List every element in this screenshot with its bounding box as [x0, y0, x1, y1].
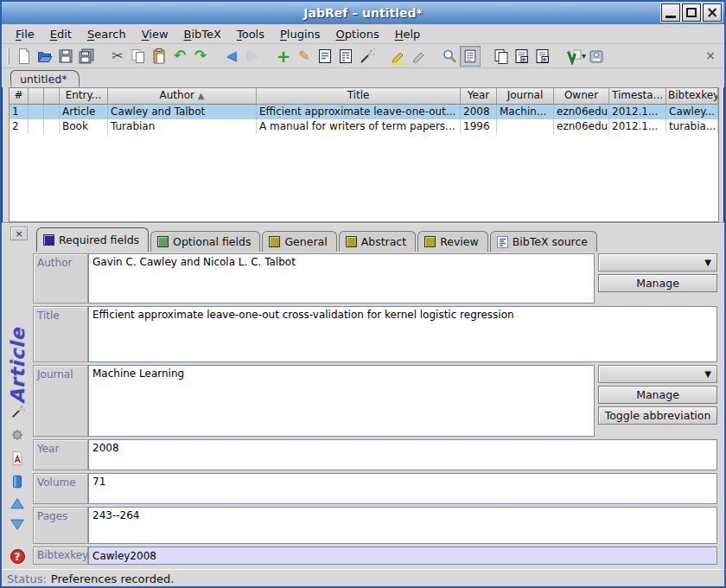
toolbar-close-icon[interactable]: × [705, 48, 716, 62]
journal-autocomplete-dropdown[interactable]: ▼ [598, 365, 717, 383]
minimize-button[interactable] [661, 3, 680, 22]
year-input[interactable]: 2008 [88, 439, 717, 470]
save-library-button[interactable] [55, 46, 76, 67]
col-header-bibtexkey[interactable]: Bibtexkey [666, 88, 718, 105]
forward-button[interactable]: ▶ [242, 46, 263, 67]
col-header-icon2[interactable] [44, 88, 60, 105]
open-library-button[interactable] [35, 46, 55, 67]
book-icon [10, 474, 25, 489]
minimize-icon [666, 16, 676, 18]
jabref-window: JabRef – untitled* × File Edit Search Vi… [0, 0, 726, 588]
author-input[interactable]: Gavin C. Cawley and Nicola L. C. Talbot [88, 253, 595, 304]
autoset-links-button[interactable] [10, 427, 25, 443]
import-into-current-button[interactable] [512, 46, 532, 67]
menu-file[interactable]: File [9, 26, 41, 42]
new-entry-button[interactable]: + [273, 46, 294, 67]
gear-icon [10, 427, 25, 443]
entry-editor: × Required fields Optional fields Genera… [2, 222, 724, 569]
title-field-label: Title [33, 306, 88, 362]
tab-general[interactable]: General [262, 231, 336, 252]
col-header-number[interactable]: # [10, 88, 29, 105]
menu-search[interactable]: Search [80, 26, 133, 42]
table-row[interactable]: 2 Book Turabian A manual for writers of … [10, 119, 718, 134]
maximize-button[interactable] [682, 3, 701, 22]
window-controls: × [661, 3, 722, 22]
bibtex-source-icon [497, 236, 508, 248]
new-library-icon [16, 48, 33, 65]
volume-input[interactable]: 71 [88, 473, 717, 504]
menu-tools[interactable]: Tools [230, 26, 271, 42]
title-input[interactable]: Efficient approximate leave-one-out cros… [88, 306, 717, 362]
menu-options[interactable]: Options [329, 26, 386, 42]
back-icon: ◀ [226, 49, 237, 62]
tab-review[interactable]: Review [417, 231, 488, 252]
unmark-icon [410, 48, 427, 65]
library-tab-strip: untitled* [2, 68, 724, 87]
undo-button[interactable]: ↶ [169, 46, 190, 67]
help-button[interactable]: ? [10, 549, 25, 564]
open-document-button[interactable] [586, 46, 607, 67]
menu-bibtex[interactable]: BibTeX [177, 26, 228, 42]
save-all-icon [78, 48, 95, 65]
col-header-entrytype[interactable]: Entry... [60, 88, 108, 105]
edit-preamble-button[interactable] [335, 46, 356, 67]
new-library-button[interactable] [14, 46, 35, 67]
author-autocomplete-dropdown[interactable]: ▼ [598, 253, 717, 272]
col-header-icon1[interactable] [29, 88, 44, 105]
menu-edit[interactable]: Edit [43, 26, 79, 42]
paste-button[interactable] [149, 46, 169, 67]
toggle-abbreviation-button[interactable]: Toggle abbreviation [598, 406, 717, 425]
entry-editor-close-button[interactable]: × [10, 227, 28, 240]
menu-plugins[interactable]: Plugins [273, 26, 328, 42]
col-header-journal[interactable]: Journal [497, 88, 554, 105]
col-header-author[interactable]: Author ▲ [108, 88, 257, 105]
optional-fields-icon [157, 236, 169, 247]
copy-citation-icon [493, 48, 510, 65]
up-arrow-icon [10, 497, 25, 510]
tab-abstract[interactable]: Abstract [339, 231, 416, 252]
cut-button[interactable]: ✂ [107, 46, 128, 67]
library-tab-untitled[interactable]: untitled* [10, 70, 80, 87]
pages-input[interactable]: 243--264 [88, 507, 717, 544]
save-all-button[interactable] [76, 46, 97, 67]
tab-bibtex-source[interactable]: BibTeX source [490, 231, 597, 252]
write-pdf-button[interactable] [10, 451, 25, 466]
back-button[interactable]: ◀ [221, 46, 242, 67]
next-entry-button[interactable] [10, 518, 25, 531]
search-button[interactable] [439, 46, 460, 67]
col-header-title[interactable]: Title [257, 88, 461, 105]
manage-journal-button[interactable]: Manage [598, 386, 717, 404]
col-header-timestamp[interactable]: Timesta... [609, 88, 666, 105]
toggle-search-panel-button[interactable] [460, 46, 481, 67]
edit-entry-button[interactable]: ✎ [294, 46, 315, 67]
col-header-owner[interactable]: Owner [554, 88, 609, 105]
copy-icon [130, 48, 147, 65]
cleanup-button[interactable] [356, 46, 377, 67]
forward-icon: ▶ [247, 49, 258, 62]
menu-bar: File Edit Search View BibTeX Tools Plugi… [2, 24, 724, 44]
menu-help[interactable]: Help [388, 26, 428, 42]
open-file-button[interactable] [10, 474, 25, 489]
edit-strings-button[interactable] [315, 46, 335, 67]
redo-icon: ↷ [194, 48, 207, 63]
unmark-entries-button[interactable] [408, 46, 429, 67]
copy-button[interactable] [128, 46, 149, 67]
menu-view[interactable]: View [135, 26, 175, 42]
tab-required-fields[interactable]: Required fields [36, 227, 149, 252]
entry-editor-tab-strip: × Required fields Optional fields Genera… [2, 224, 724, 252]
tab-optional-fields[interactable]: Optional fields [150, 231, 260, 252]
toolbar-handle[interactable] [7, 48, 10, 64]
previous-entry-button[interactable] [10, 497, 25, 510]
journal-input[interactable]: Machine Learning [88, 365, 595, 437]
generate-key-button[interactable] [10, 404, 25, 419]
mark-entries-button[interactable] [387, 46, 408, 67]
redo-button[interactable]: ↷ [190, 46, 211, 67]
manage-author-button[interactable]: Manage [598, 274, 717, 292]
table-row[interactable]: 1 Article Cawley and Talbot Efficient ap… [10, 105, 718, 119]
open-document-icon [588, 48, 605, 65]
col-header-year[interactable]: Year [461, 88, 497, 105]
import-into-new-button[interactable] [532, 46, 553, 67]
copy-citation-button[interactable] [491, 46, 512, 67]
bibtexkey-input[interactable] [88, 546, 717, 565]
close-button[interactable]: × [703, 3, 722, 22]
